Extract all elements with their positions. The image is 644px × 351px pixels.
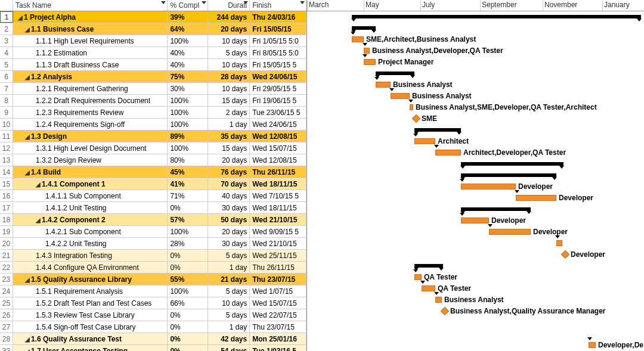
finish-cell[interactable]: Wed 25/11/15 — [250, 250, 306, 261]
duration-cell[interactable]: 28 days — [208, 71, 250, 82]
pct-complete-cell[interactable]: 0% — [168, 202, 208, 213]
gantt-row[interactable]: Business Analyst — [307, 79, 644, 91]
finish-cell[interactable]: Wed 21/10/15 — [250, 238, 306, 249]
finish-cell[interactable]: Wed 12/08/15 — [250, 131, 306, 142]
table-row[interactable]: 261.5.3 Review Test Case Library0%5 days… — [0, 309, 306, 321]
row-id[interactable]: 6 — [0, 71, 13, 82]
row-id[interactable]: 7 — [0, 83, 13, 94]
duration-cell[interactable]: 1 day — [208, 119, 250, 130]
pct-complete-cell[interactable]: 41% — [168, 178, 208, 190]
pct-complete-cell[interactable]: 100% — [168, 226, 208, 237]
table-row[interactable]: 41.1.2 Estimation40%5 daysFri 8/05/15 5:… — [0, 47, 306, 59]
task-name-cell[interactable]: 1.4.2.2 Unit Testing — [13, 238, 168, 249]
task-name-cell[interactable]: 1.2.3 Requirements Review — [13, 107, 168, 118]
finish-cell[interactable]: Wed 22/07/15 — [250, 309, 306, 321]
pct-complete-cell[interactable]: 0% — [168, 345, 208, 351]
dropdown-icon[interactable] — [243, 1, 248, 4]
task-bar[interactable] — [410, 104, 413, 110]
table-row[interactable]: 15◢1.4.1 Component 141%70 daysWed 18/11/… — [0, 178, 306, 190]
gantt-row[interactable]: QA Tester — [307, 283, 644, 294]
gantt-row[interactable]: Project Manager — [307, 57, 644, 68]
table-row[interactable]: 251.5.2 Draft Test Plan and Test Cases66… — [0, 297, 306, 309]
pct-complete-cell[interactable]: 66% — [168, 297, 208, 309]
task-bar[interactable] — [461, 218, 489, 223]
pct-complete-cell[interactable]: 100% — [168, 95, 208, 106]
collapse-icon[interactable]: ◢ — [25, 169, 30, 176]
duration-cell[interactable]: 5 days — [208, 285, 250, 297]
task-bar[interactable] — [364, 59, 376, 65]
gantt-row[interactable] — [307, 328, 644, 340]
summary-bar[interactable] — [414, 264, 443, 268]
column-header-fin[interactable]: Finish — [250, 0, 306, 11]
pct-complete-cell[interactable]: 0% — [168, 321, 208, 333]
duration-cell[interactable]: 5 days — [208, 47, 250, 58]
table-row[interactable]: 191.4.2.1 Sub Component100%20 daysWed 9/… — [0, 226, 306, 238]
pct-complete-cell[interactable]: 55% — [168, 274, 208, 285]
table-row[interactable]: 81.2.2 Draft Requirements Document100%15… — [0, 95, 306, 107]
duration-cell[interactable]: 20 days — [208, 154, 250, 166]
row-id[interactable]: 20 — [0, 238, 13, 249]
task-name-cell[interactable]: ◢1.4 Build — [13, 166, 168, 178]
table-row[interactable]: 171.4.1.2 Unit Testing0%30 daysWed 18/11… — [0, 202, 306, 214]
table-row[interactable]: 71.2.1 Requirement Gathering30%10 daysFr… — [0, 83, 306, 95]
column-header-pct[interactable]: % Compl — [168, 0, 208, 11]
collapse-icon[interactable]: ◢ — [25, 74, 30, 80]
pct-complete-cell[interactable]: 39% — [168, 11, 208, 23]
task-name-cell[interactable]: 1.4.3 Integration Testing — [13, 250, 168, 261]
pct-complete-cell[interactable]: 89% — [168, 131, 208, 142]
pct-complete-cell[interactable]: 28% — [168, 238, 208, 249]
task-bar[interactable] — [589, 342, 596, 348]
finish-cell[interactable]: Mon 25/01/16 — [250, 333, 306, 344]
gantt-row[interactable]: Architect,Developer,QA Tester — [307, 147, 644, 159]
task-name-cell[interactable]: 1.4.1.2 Unit Testing — [13, 202, 168, 213]
gantt-row[interactable] — [307, 159, 644, 170]
dropdown-icon[interactable] — [202, 1, 206, 4]
pct-complete-cell[interactable]: 0% — [168, 309, 208, 321]
collapse-icon[interactable]: ◢ — [25, 348, 30, 352]
gantt-row[interactable] — [307, 260, 644, 272]
finish-cell[interactable]: Wed 15/07/15 — [250, 297, 306, 309]
task-name-cell[interactable]: ◢1.2 Analysis — [13, 71, 168, 82]
gantt-row[interactable]: Developer — [307, 226, 644, 238]
table-row[interactable]: 51.1.3 Draft Business Case40%10 daysFri … — [0, 59, 306, 71]
gantt-row[interactable] — [307, 125, 644, 136]
row-id[interactable]: 11 — [0, 131, 13, 142]
task-name-cell[interactable]: ◢1.7 User Acceptance Testing — [13, 345, 168, 351]
milestone[interactable] — [412, 114, 420, 123]
finish-cell[interactable]: Wed 7/10/15 5 — [250, 190, 306, 201]
duration-cell[interactable]: 10 days — [208, 297, 250, 309]
task-name-cell[interactable]: 1.5.2 Draft Test Plan and Test Cases — [13, 297, 168, 309]
task-bar[interactable] — [489, 229, 531, 235]
task-bar[interactable] — [556, 240, 562, 246]
task-name-cell[interactable]: 1.3.1 High Level Design Document — [13, 142, 168, 154]
table-row[interactable]: 241.5.1 Requirement Analysis100%5 daysWe… — [0, 285, 306, 297]
column-header-id[interactable] — [0, 0, 13, 11]
pct-complete-cell[interactable]: 100% — [168, 285, 208, 297]
task-name-cell[interactable]: 1.4.4 Configure QA Environment — [13, 262, 168, 273]
row-id[interactable]: 14 — [0, 166, 13, 178]
table-row[interactable]: 161.4.1.1 Sub Component71%40 daysWed 7/1… — [0, 190, 306, 202]
collapse-icon[interactable]: ◢ — [25, 133, 30, 140]
pct-complete-cell[interactable]: 30% — [168, 83, 208, 94]
pct-complete-cell[interactable]: 0% — [168, 333, 208, 344]
gantt-row[interactable]: Architect — [307, 136, 644, 147]
table-row[interactable]: 18◢1.4.2 Component 257%50 daysWed 21/10/… — [0, 214, 306, 226]
table-row[interactable]: 14◢1.4 Build45%76 daysThu 26/11/15 — [0, 166, 306, 178]
duration-cell[interactable]: 1 day — [208, 262, 250, 273]
task-name-cell[interactable]: 1.2.1 Requirement Gathering — [13, 83, 168, 94]
pct-complete-cell[interactable]: 40% — [168, 47, 208, 58]
gantt-row[interactable]: SME,Architect,Business Analyst — [307, 34, 644, 45]
task-bar[interactable] — [435, 150, 461, 156]
row-id[interactable]: 3 — [0, 35, 13, 46]
table-row[interactable]: 6◢1.2 Analysis75%28 daysWed 24/06/15 — [0, 71, 306, 83]
duration-cell[interactable]: 10 days — [208, 35, 250, 46]
row-id[interactable]: 22 — [0, 262, 13, 273]
gantt-row[interactable]: Business Analyst,SME,Developer,QA Tester… — [307, 102, 644, 113]
task-name-cell[interactable]: 1.2.4 Requirements Sign-off — [13, 119, 168, 130]
task-name-cell[interactable]: ◢1.5 Quality Assurance Library — [13, 274, 168, 285]
row-id[interactable]: 16 — [0, 190, 13, 201]
duration-cell[interactable]: 54 days — [208, 345, 250, 351]
gantt-row[interactable]: Business Analyst — [307, 294, 644, 306]
summary-bar[interactable] — [414, 128, 461, 132]
duration-cell[interactable]: 35 days — [208, 131, 250, 142]
